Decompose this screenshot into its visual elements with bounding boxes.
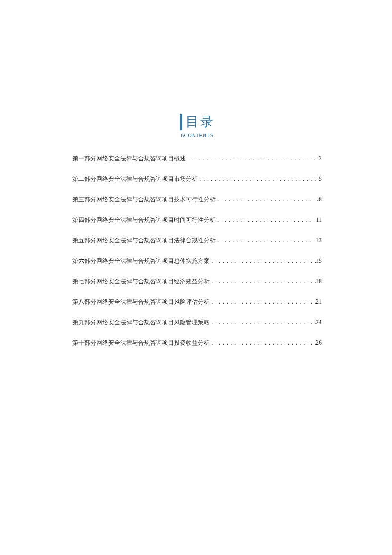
toc-dot-leader bbox=[186, 155, 319, 162]
toc-entry-page: 2 bbox=[319, 155, 322, 162]
toc-entry: 第六部分网络安全法律与合规咨询项目总体实施方案 15 bbox=[72, 257, 322, 265]
toc-entry: 第八部分网络安全法律与合规咨询项目风险评估分析 21 bbox=[72, 298, 322, 306]
toc-entry: 第一部分网络安全法律与合规咨询项目概述 2 bbox=[72, 155, 322, 163]
toc-entry-text: 第五部分网络安全法律与合规咨询项目法律合规性分析 bbox=[72, 237, 216, 244]
toc-entry-text: 第八部分网络安全法律与合规咨询项目风险评估分析 bbox=[72, 298, 210, 306]
toc-title: 目录 bbox=[186, 113, 215, 131]
toc-entry-page: 8 bbox=[319, 196, 322, 203]
toc-dot-leader bbox=[210, 258, 316, 264]
toc-entry-text: 第十部分网络安全法律与合规咨询项目投资收益分析 bbox=[72, 339, 210, 347]
toc-entry-text: 第二部分网络安全法律与合规咨询项目市场分析 bbox=[72, 175, 198, 183]
toc-entry-text: 第一部分网络安全法律与合规咨询项目概述 bbox=[72, 155, 186, 163]
toc-entry-text: 第四部分网络安全法律与合规咨询项目时间可行性分析 bbox=[72, 216, 216, 224]
toc-entry-page: 5 bbox=[319, 176, 322, 183]
toc-header: 目录 BCONTENTS bbox=[72, 113, 322, 138]
toc-entry-page: 18 bbox=[316, 278, 322, 285]
toc-title-row: 目录 bbox=[180, 113, 215, 131]
toc-entry: 第七部分网络安全法律与合规咨询项目经济效益分析 18 bbox=[72, 278, 322, 285]
toc-entry-text: 第七部分网络安全法律与合规咨询项目经济效益分析 bbox=[72, 278, 210, 285]
toc-entry-page: 26 bbox=[316, 340, 322, 346]
toc-dot-leader bbox=[210, 340, 316, 346]
toc-entry-page: 24 bbox=[316, 319, 322, 326]
toc-dot-leader bbox=[210, 299, 316, 305]
toc-entry-page: 15 bbox=[316, 258, 322, 264]
toc-entry: 第九部分网络安全法律与合规咨询项目风险管理策略 24 bbox=[72, 319, 322, 326]
toc-entry-page: 13 bbox=[316, 237, 322, 244]
toc-entry-page: 21 bbox=[316, 299, 322, 305]
toc-dot-leader bbox=[198, 176, 319, 183]
toc-dot-leader bbox=[216, 237, 316, 244]
document-page: 目录 BCONTENTS 第一部分网络安全法律与合规咨询项目概述 2 第二部分网… bbox=[0, 0, 392, 347]
toc-entry: 第五部分网络安全法律与合规咨询项目法律合规性分析 13 bbox=[72, 237, 322, 244]
toc-entry-text: 第三部分网络安全法律与合规咨询项目技术可行性分析 bbox=[72, 196, 216, 203]
toc-list: 第一部分网络安全法律与合规咨询项目概述 2 第二部分网络安全法律与合规咨询项目市… bbox=[72, 155, 322, 347]
toc-dot-leader bbox=[216, 217, 316, 224]
toc-dot-leader bbox=[210, 319, 316, 326]
toc-entry: 第二部分网络安全法律与合规咨询项目市场分析 5 bbox=[72, 175, 322, 183]
toc-dot-leader bbox=[216, 196, 319, 203]
toc-entry-text: 第六部分网络安全法律与合规咨询项目总体实施方案 bbox=[72, 257, 210, 265]
accent-bar-icon bbox=[180, 114, 182, 130]
toc-entry: 第三部分网络安全法律与合规咨询项目技术可行性分析 8 bbox=[72, 196, 322, 203]
toc-entry-text: 第九部分网络安全法律与合规咨询项目风险管理策略 bbox=[72, 319, 210, 326]
toc-entry: 第四部分网络安全法律与合规咨询项目时间可行性分析 11 bbox=[72, 216, 322, 224]
toc-dot-leader bbox=[210, 278, 316, 285]
toc-entry-page: 11 bbox=[316, 217, 322, 224]
toc-entry: 第十部分网络安全法律与合规咨询项目投资收益分析 26 bbox=[72, 339, 322, 347]
toc-subtitle: BCONTENTS bbox=[72, 133, 322, 138]
